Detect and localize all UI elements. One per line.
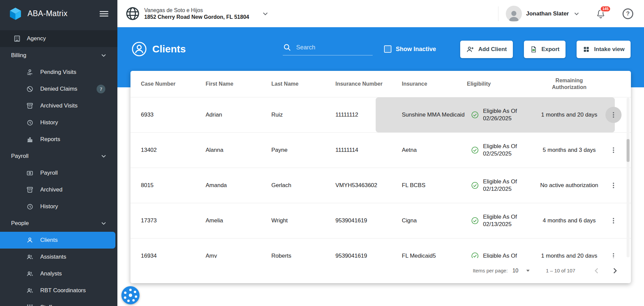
show-inactive-checkbox[interactable] (384, 45, 391, 53)
cell-insurance-number: 9539041619 (335, 217, 402, 224)
sidebar-section-people[interactable]: People (0, 215, 117, 232)
company-selector[interactable]: Vanegas de Soto e Hijos 1852 Cherry Road… (124, 5, 269, 22)
sidebar-item-staff[interactable]: Staff (0, 299, 117, 306)
topbar: Vanegas de Soto e Hijos 1852 Cherry Road… (117, 0, 644, 27)
pagination: Items per page: 10 1 – 10 of 107 (130, 258, 631, 283)
notifications-button[interactable]: 145 (596, 9, 606, 19)
cell-remaining-authorization: 1 months and 20 days (536, 112, 603, 118)
sidebar-item-denied-claims[interactable]: Denied Claims 7 (0, 81, 117, 97)
eligible-check-icon (471, 146, 479, 154)
table-header-row: Case Number First Name Last Name Insuran… (130, 71, 631, 97)
previous-page-button[interactable] (592, 266, 601, 275)
items-per-page-select[interactable]: 10 (513, 268, 530, 274)
cell-last-name: Payne (271, 147, 335, 154)
person-add-icon (466, 45, 474, 53)
sidebar-item-label: Archived Visits (40, 102, 77, 109)
topbar-divider (498, 6, 498, 21)
cell-last-name: Roberts (271, 253, 335, 258)
sidebar-section-billing[interactable]: Billing (0, 47, 117, 64)
chevron-down-icon (261, 10, 269, 18)
eligibility-date: 02/26/2025 (483, 115, 517, 122)
sidebar-item-label: Assistants (40, 254, 66, 260)
sidebar-item-label: Staff (40, 304, 52, 306)
menu-toggle-button[interactable] (99, 10, 109, 18)
denied-claims-count-badge: 7 (97, 85, 105, 93)
cell-eligibility: Eligible As Of (467, 252, 536, 258)
sidebar-item-clients[interactable]: Clients (0, 232, 115, 249)
table-scrollbar (627, 98, 630, 257)
sidebar-nav: Agency Billing Pending Visits Denied Cla… (0, 30, 117, 306)
caret-down-icon (526, 270, 530, 272)
archive-icon (26, 186, 34, 193)
apps-icon (26, 304, 34, 306)
sidebar-item-payroll-archived[interactable]: Archived (0, 181, 117, 198)
row-menu-button[interactable] (605, 248, 622, 258)
cell-last-name: Gerlach (271, 182, 335, 189)
row-menu-button[interactable] (605, 177, 622, 193)
sidebar-item-reports[interactable]: Reports (0, 131, 117, 148)
table-row[interactable]: 13402 Alanna Payne 11111114 Aetna Eligib… (130, 132, 631, 168)
sidebar-item-archived-visits[interactable]: Archived Visits (0, 97, 117, 114)
sidebar-item-billing-history[interactable]: History (0, 114, 117, 131)
row-menu-button[interactable] (605, 213, 622, 229)
cell-remaining-authorization: 5 months and 3 days (536, 147, 603, 154)
cell-insurance-number: 11111114 (335, 147, 402, 154)
sidebar-header: ABA-Matrix (0, 0, 117, 27)
company-icon (124, 5, 141, 22)
chevron-down-icon (100, 152, 107, 160)
grid-view-icon (583, 46, 590, 53)
table-row[interactable]: 16934 Amy Roberts 9539041619 FL Medicaid… (130, 238, 631, 258)
avatar[interactable] (506, 6, 522, 22)
sidebar-item-agency[interactable]: Agency (0, 30, 117, 47)
show-inactive-control: Show Inactive (384, 45, 436, 53)
column-header: Insurance (402, 81, 467, 87)
sidebar-item-label: Denied Claims (40, 86, 77, 92)
sidebar-item-rbt-coordinators[interactable]: RBT Coordinators (0, 282, 117, 299)
sidebar-item-assistants[interactable]: Assistants (0, 249, 117, 265)
sidebar-item-payroll-history[interactable]: History (0, 198, 117, 215)
cookie-widget-button[interactable] (121, 286, 140, 305)
row-menu-button[interactable] (605, 142, 622, 158)
search-box (283, 43, 373, 55)
eligible-check-icon (471, 217, 479, 225)
table-row[interactable]: 6933 Adrian Ruiz 11111112 Sunshine MMA M… (130, 97, 631, 132)
table-row[interactable]: 17373 Amelia Wright 9539041619 Cigna Eli… (130, 203, 631, 238)
sidebar-item-label: Reports (40, 136, 60, 143)
next-page-button[interactable] (610, 266, 620, 275)
cell-insurance-number: VMYH53463602 (335, 182, 402, 189)
chevron-down-icon (100, 220, 107, 227)
eligibility-label: Eligible As Of (483, 107, 517, 115)
chevron-down-icon[interactable] (573, 10, 580, 17)
csv-file-icon (530, 46, 537, 53)
items-per-page-label: Items per page: (473, 268, 507, 273)
column-header: Last Name (271, 81, 335, 87)
column-header: Insurance Number (335, 81, 402, 87)
people-icon (26, 287, 34, 294)
sidebar-section-label: Billing (11, 52, 26, 59)
sidebar-item-label: History (40, 203, 58, 210)
eligibility-label: Eligible As Of (483, 252, 517, 258)
sidebar-item-pending-visits[interactable]: Pending Visits (0, 64, 117, 81)
company-address: 1852 Cherry Road New Gordon, FL 51804 (144, 14, 249, 20)
sidebar-section-payroll[interactable]: Payroll (0, 148, 117, 165)
cell-eligibility: Eligible As Of 02/12/2025 (467, 178, 536, 193)
scrollbar-thumb[interactable] (627, 139, 630, 162)
export-button[interactable]: Export (524, 41, 566, 58)
search-input[interactable] (296, 44, 373, 51)
cell-remaining-authorization: 4 months and 6 days (536, 217, 603, 224)
export-label: Export (541, 46, 559, 53)
cell-eligibility: Eligible As Of 02/13/2025 (467, 213, 536, 228)
cell-last-name: Wright (271, 217, 335, 224)
sidebar-item-payroll[interactable]: Payroll (0, 165, 117, 181)
cell-eligibility: Eligible As Of 02/25/2025 (467, 143, 536, 158)
eligible-check-icon (471, 252, 479, 258)
help-button[interactable]: ? (623, 8, 633, 19)
intake-view-button[interactable]: Intake view (577, 41, 631, 58)
sidebar-item-analysts[interactable]: Analysts (0, 265, 117, 282)
add-client-button[interactable]: Add Client (460, 41, 513, 58)
table-row[interactable]: 8015 Amanda Gerlach VMYH53463602 FL BCBS… (130, 168, 631, 203)
user-name[interactable]: Jonathan Slater (526, 10, 569, 17)
row-menu-button[interactable] (605, 107, 622, 123)
column-header: First Name (206, 81, 271, 87)
sidebar-item-label: Analysts (40, 270, 62, 277)
